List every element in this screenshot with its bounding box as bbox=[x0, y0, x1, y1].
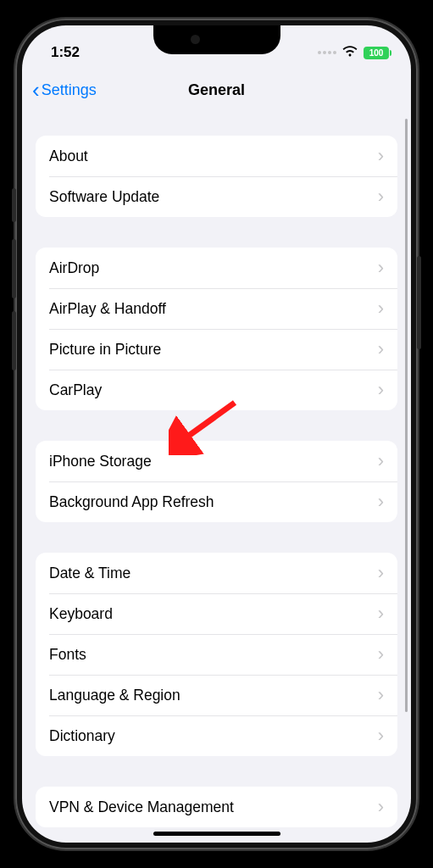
chevron-right-icon: › bbox=[378, 147, 384, 165]
status-indicators: 100 bbox=[318, 45, 389, 60]
chevron-right-icon: › bbox=[378, 492, 384, 511]
chevron-right-icon: › bbox=[378, 645, 384, 664]
settings-group: VPN & Device Management › bbox=[36, 787, 397, 827]
chevron-right-icon: › bbox=[378, 452, 384, 470]
row-language-region[interactable]: Language & Region › bbox=[36, 675, 397, 715]
row-label: Date & Time bbox=[49, 565, 130, 582]
chevron-right-icon: › bbox=[378, 187, 384, 206]
row-keyboard[interactable]: Keyboard › bbox=[36, 593, 397, 634]
row-background-app-refresh[interactable]: Background App Refresh › bbox=[36, 481, 397, 522]
row-label: CarPlay bbox=[49, 381, 102, 399]
chevron-right-icon: › bbox=[378, 604, 384, 623]
row-software-update[interactable]: Software Update › bbox=[36, 176, 397, 217]
row-vpn-device-management[interactable]: VPN & Device Management › bbox=[36, 787, 397, 827]
row-carplay[interactable]: CarPlay › bbox=[36, 370, 397, 410]
settings-group: About › Software Update › bbox=[36, 136, 397, 217]
volume-down-button bbox=[12, 311, 16, 370]
back-label: Settings bbox=[42, 81, 97, 99]
home-indicator[interactable] bbox=[153, 832, 280, 836]
notch bbox=[153, 25, 280, 54]
row-dictionary[interactable]: Dictionary › bbox=[36, 715, 397, 756]
settings-group: iPhone Storage › Background App Refresh … bbox=[36, 441, 397, 522]
nav-bar: ‹ Settings General bbox=[22, 70, 411, 110]
row-label: Background App Refresh bbox=[49, 493, 214, 511]
screen: 1:52 100 ‹ Settings General bbox=[22, 25, 411, 843]
chevron-right-icon: › bbox=[378, 340, 384, 359]
row-label: Picture in Picture bbox=[49, 341, 161, 359]
mute-switch bbox=[12, 188, 16, 222]
row-label: Keyboard bbox=[49, 605, 113, 623]
row-airdrop[interactable]: AirDrop › bbox=[36, 248, 397, 288]
chevron-right-icon: › bbox=[378, 299, 384, 318]
row-label: VPN & Device Management bbox=[49, 798, 234, 816]
phone-frame: 1:52 100 ‹ Settings General bbox=[15, 19, 418, 849]
row-airplay-handoff[interactable]: AirPlay & Handoff › bbox=[36, 288, 397, 329]
scroll-indicator[interactable] bbox=[405, 119, 408, 712]
row-about[interactable]: About › bbox=[36, 136, 397, 176]
row-iphone-storage[interactable]: iPhone Storage › bbox=[36, 441, 397, 481]
row-label: AirPlay & Handoff bbox=[49, 300, 166, 318]
row-label: Dictionary bbox=[49, 727, 115, 745]
chevron-right-icon: › bbox=[378, 798, 384, 816]
page-title: General bbox=[188, 81, 245, 99]
row-label: iPhone Storage bbox=[49, 453, 152, 470]
settings-group: AirDrop › AirPlay & Handoff › Picture in… bbox=[36, 248, 397, 410]
row-label: Software Update bbox=[49, 188, 159, 206]
battery-icon: 100 bbox=[364, 47, 389, 59]
chevron-right-icon: › bbox=[378, 686, 384, 704]
row-fonts[interactable]: Fonts › bbox=[36, 634, 397, 675]
row-label: About bbox=[49, 147, 88, 165]
row-label: Language & Region bbox=[49, 687, 180, 704]
row-date-time[interactable]: Date & Time › bbox=[36, 553, 397, 593]
settings-content: About › Software Update › AirDrop › AirP… bbox=[22, 117, 411, 832]
wifi-icon bbox=[342, 45, 358, 60]
battery-level: 100 bbox=[369, 48, 384, 58]
power-button bbox=[417, 256, 421, 349]
recording-dots-icon bbox=[318, 51, 336, 54]
back-button[interactable]: ‹ Settings bbox=[32, 79, 97, 101]
status-time: 1:52 bbox=[51, 44, 80, 61]
settings-group: Date & Time › Keyboard › Fonts › Languag… bbox=[36, 553, 397, 756]
volume-up-button bbox=[12, 239, 16, 298]
row-label: Fonts bbox=[49, 646, 86, 664]
chevron-right-icon: › bbox=[378, 726, 384, 745]
row-label: AirDrop bbox=[49, 259, 99, 277]
chevron-left-icon: ‹ bbox=[32, 79, 40, 101]
chevron-right-icon: › bbox=[378, 259, 384, 277]
chevron-right-icon: › bbox=[378, 381, 384, 399]
row-picture-in-picture[interactable]: Picture in Picture › bbox=[36, 329, 397, 370]
chevron-right-icon: › bbox=[378, 564, 384, 582]
